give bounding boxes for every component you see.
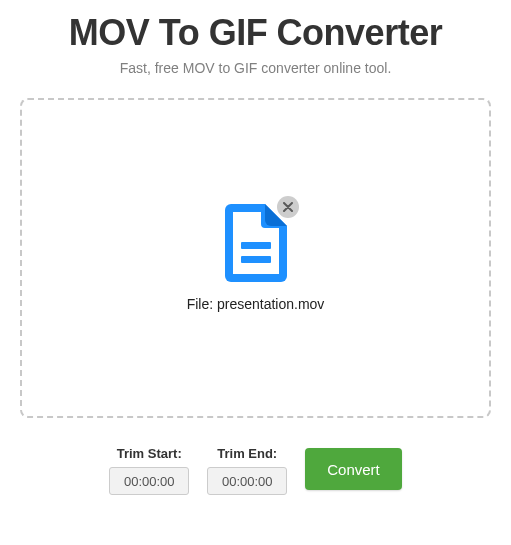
trim-end-input[interactable] [207,467,287,495]
close-icon [283,202,293,212]
file-icon-wrap [221,204,291,282]
page-title: MOV To GIF Converter [20,12,491,54]
svg-rect-3 [241,256,271,263]
remove-file-button[interactable] [277,196,299,218]
convert-button[interactable]: Convert [305,448,402,490]
trim-start-field: Trim Start: [109,446,189,495]
page-subtitle: Fast, free MOV to GIF converter online t… [20,60,491,76]
trim-end-field: Trim End: [207,446,287,495]
trim-end-label: Trim End: [217,446,277,461]
trim-start-input[interactable] [109,467,189,495]
trim-start-label: Trim Start: [117,446,182,461]
file-name: presentation.mov [217,296,324,312]
controls-row: Trim Start: Trim End: Convert [20,446,491,495]
file-prefix: File: [187,296,217,312]
svg-rect-2 [241,242,271,249]
file-dropzone[interactable]: File: presentation.mov [20,98,491,418]
file-icon [225,204,287,282]
file-name-label: File: presentation.mov [187,296,325,312]
